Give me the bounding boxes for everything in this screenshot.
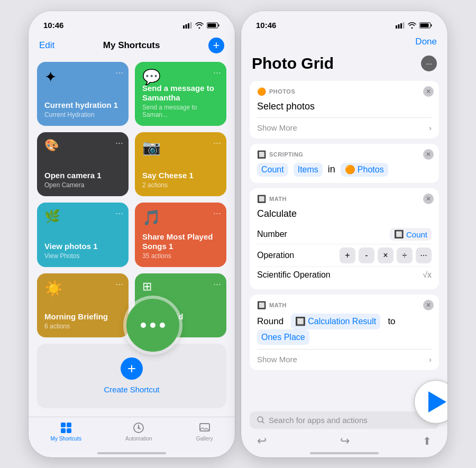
calculate-title: Calculate (257, 207, 432, 221)
math-icon-2: 🔲 (257, 301, 266, 309)
saycheese-icon: 📷 (142, 139, 161, 156)
viewphotos-icon: 🌿 (44, 209, 60, 224)
right-battery-icon (419, 22, 433, 29)
right-signal-icon (396, 22, 405, 29)
shortcut-card-morning[interactable]: ☀️ ··· Morning Briefing 6 actions (37, 273, 129, 337)
tab-bar: My Shortcuts Automation Gallery (29, 417, 235, 452)
count-close[interactable]: ✕ (423, 149, 434, 160)
morning-subtitle: 6 actions (44, 323, 121, 330)
tab-automation[interactable]: Automation (125, 421, 152, 442)
hydration-more-button[interactable]: ··· (115, 67, 123, 78)
round-show-more[interactable]: Show More › (257, 349, 432, 364)
calculate-header: 🔲 MATH (257, 195, 432, 203)
svg-rect-16 (400, 23, 402, 29)
message-subtitle: Send a message to Saman... (142, 104, 219, 118)
calculation-result-tag[interactable]: 🔲 Calculation Result (291, 314, 380, 329)
action-round: 🔲 MATH ✕ Round 🔲 Calculation Result to O… (250, 295, 439, 370)
camera-more-button[interactable]: ··· (115, 137, 123, 149)
svg-rect-14 (396, 25, 397, 29)
music-more-button[interactable]: ··· (213, 208, 221, 219)
morning-icon: ☀️ (44, 280, 63, 297)
gallery-tab-label: Gallery (196, 436, 213, 442)
hydration-icon: ✦ (44, 68, 57, 86)
operation-label: Operation (257, 251, 294, 260)
left-status-icons (183, 22, 220, 29)
photos-tag-icon: 🟠 (345, 164, 355, 176)
redo-button[interactable]: ↪ (340, 434, 350, 448)
select-photos-header: 🟠 PHOTOS (257, 87, 432, 96)
svg-rect-15 (398, 24, 400, 29)
shortcut-card-viewphotos[interactable]: 🌿 ··· View photos 1 View Photos (37, 203, 129, 267)
shortcut-card-camera[interactable]: 🎨 ··· Open camera 1 Open Camera (37, 132, 129, 196)
right-time: 10:46 (256, 21, 276, 30)
operation-row: Operation + - × ÷ ··· (257, 244, 432, 267)
photo-grid-title: Photo Grid (252, 54, 334, 72)
svg-rect-7 (61, 423, 66, 427)
round-close[interactable]: ✕ (423, 300, 434, 310)
op-more[interactable]: ··· (416, 247, 432, 263)
create-shortcut-card[interactable]: + Create Shortcut (37, 344, 226, 408)
op-minus[interactable]: - (359, 247, 374, 263)
ones-place-tag[interactable]: Ones Place (257, 329, 309, 345)
op-divide[interactable]: ÷ (397, 247, 413, 263)
music-icon: 🎵 (142, 209, 161, 226)
math-category-label-1: MATH (269, 196, 287, 202)
items-tag[interactable]: Items (294, 163, 323, 177)
number-label: Number (257, 230, 287, 239)
music-subtitle: 35 actions (142, 252, 219, 260)
camera-icon: 🎨 (44, 139, 59, 152)
saycheese-title: Say Cheese 1 (142, 171, 219, 180)
math-category-label-2: MATH (269, 302, 287, 308)
select-photos-close[interactable]: ✕ (423, 86, 434, 97)
calculate-close[interactable]: ✕ (423, 194, 434, 204)
photo-grid-header: Photo Grid ··· (241, 51, 447, 81)
count-tag[interactable]: Count (257, 163, 288, 177)
photogrid-more-button[interactable]: ··· (213, 279, 221, 290)
page-title: My Shortcuts (103, 40, 160, 51)
action-calculate: 🔲 MATH ✕ Calculate Number 🔲 Count Operat… (250, 188, 439, 289)
viewphotos-more-button[interactable]: ··· (115, 208, 123, 219)
count-value-label: Count (406, 230, 427, 239)
tab-gallery[interactable]: Gallery (196, 421, 213, 442)
message-more-button[interactable]: ··· (213, 67, 221, 78)
edit-button[interactable]: Edit (39, 40, 54, 51)
action-count-items: 🔲 SCRIPTING ✕ Count Items in 🟠 Photos (250, 144, 439, 183)
svg-rect-19 (431, 24, 432, 26)
photos-category-label: PHOTOS (269, 88, 295, 95)
shortcut-card-music[interactable]: 🎵 ··· Share Most Played Songs 1 35 actio… (135, 203, 226, 267)
shortcut-card-saycheese[interactable]: 📷 ··· Say Cheese 1 2 actions (135, 132, 226, 196)
svg-rect-8 (67, 423, 71, 427)
shortcut-card-hydration[interactable]: ✦ ··· Current hydration 1 Current Hydrat… (37, 62, 129, 126)
saycheese-more-button[interactable]: ··· (213, 137, 221, 149)
scientific-row: Scientific Operation √x (257, 267, 432, 283)
undo-button[interactable]: ↩ (257, 434, 267, 448)
sqrt-symbol: √x (423, 270, 432, 280)
home-indicator (97, 452, 166, 454)
create-shortcut-label: Create Shortcut (104, 385, 159, 394)
shortcuts-tab-label: My Shortcuts (51, 436, 81, 442)
morning-more-button[interactable]: ··· (115, 279, 123, 290)
add-shortcut-button[interactable]: + (208, 38, 224, 53)
search-bar[interactable]: Search for apps and actions (250, 411, 439, 429)
select-photos-show-more[interactable]: Show More › (257, 117, 432, 132)
tab-my-shortcuts[interactable]: My Shortcuts (51, 421, 81, 442)
done-button[interactable]: Done (415, 36, 437, 47)
count-value-tag[interactable]: 🔲 Count (390, 228, 432, 241)
op-plus[interactable]: + (340, 247, 355, 263)
left-time: 10:46 (43, 21, 63, 30)
camera-title: Open camera 1 (44, 171, 121, 180)
count-icon: 🔲 (394, 230, 404, 239)
share-button[interactable]: ⬆ (423, 435, 432, 447)
count-text: Count Items in 🟠 Photos (257, 163, 432, 177)
op-multiply[interactable]: × (378, 247, 393, 263)
more-overlay-button[interactable] (126, 299, 179, 352)
music-title: Share Most Played Songs 1 (142, 232, 219, 251)
search-placeholder: Search for apps and actions (269, 416, 368, 425)
hydration-title: Current hydration 1 (44, 100, 121, 110)
photos-tag[interactable]: 🟠 Photos (341, 163, 388, 177)
svg-rect-0 (183, 25, 185, 29)
svg-rect-3 (190, 22, 192, 29)
shortcut-card-message[interactable]: 💬 ··· Send a message to Samantha Send a … (135, 62, 226, 126)
right-phone: 10:46 (241, 11, 447, 457)
header-more-button[interactable]: ··· (421, 56, 437, 71)
